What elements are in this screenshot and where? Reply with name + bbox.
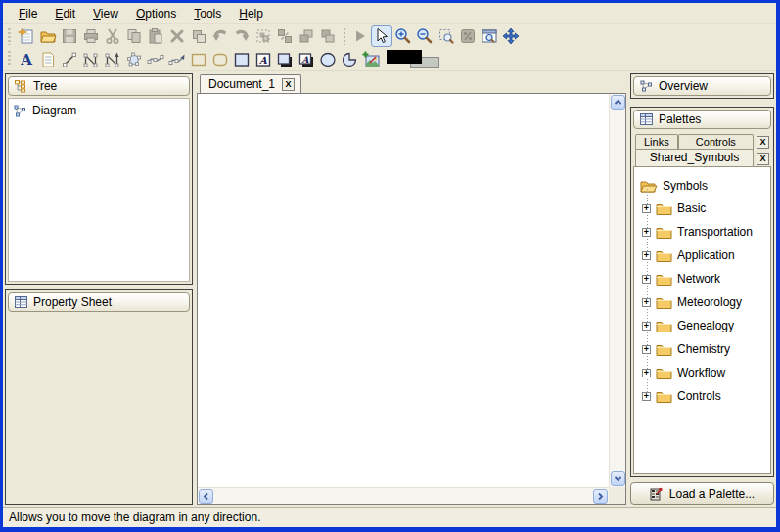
insert-image-tool-button[interactable] xyxy=(360,49,382,70)
paste-icon xyxy=(147,27,164,45)
polygon-tool-button[interactable] xyxy=(123,49,145,70)
delete-button[interactable] xyxy=(166,25,188,47)
svg-text:A: A xyxy=(258,55,268,66)
zoom-out-button[interactable] xyxy=(414,25,436,47)
toolbar-grip[interactable] xyxy=(8,28,11,45)
expand-icon[interactable]: + xyxy=(642,275,651,284)
vertical-scrollbar[interactable] xyxy=(609,94,625,487)
document-tab[interactable]: Document_1 X xyxy=(200,74,301,93)
palettes-header[interactable]: Palettes xyxy=(633,110,771,129)
folder-icon xyxy=(656,226,672,239)
shadow-label-rectangle-tool-button[interactable]: A xyxy=(296,49,317,70)
spline-tool-button[interactable] xyxy=(145,49,166,70)
symbol-folder-label: Workflow xyxy=(677,366,725,379)
palette-tab-shared-symbols[interactable]: Shared_Symbols xyxy=(635,149,754,166)
overview-header[interactable]: Overview xyxy=(633,76,771,96)
menu-view[interactable]: View xyxy=(84,4,127,23)
note-tool-button[interactable] xyxy=(37,49,59,70)
expand-icon[interactable]: + xyxy=(642,322,651,331)
scroll-up-icon[interactable] xyxy=(611,95,625,110)
print-icon xyxy=(82,27,100,45)
zoom-percent-button[interactable] xyxy=(457,25,479,47)
palette-tab-links[interactable]: Links xyxy=(635,134,678,150)
palette-tab-close-icon[interactable]: X xyxy=(757,153,769,165)
menu-edit[interactable]: Edit xyxy=(46,4,84,23)
fill-color-swatch[interactable] xyxy=(387,50,422,64)
text-tool-button[interactable]: A xyxy=(16,49,37,70)
expand-icon[interactable]: + xyxy=(642,345,651,354)
expand-icon[interactable]: + xyxy=(642,251,651,260)
undo-button[interactable] xyxy=(209,25,231,47)
zoom-area-button[interactable] xyxy=(436,25,457,47)
polyline-tool-button[interactable] xyxy=(80,49,102,70)
symbol-folder-application[interactable]: + Application xyxy=(640,244,766,267)
ungroup-button[interactable] xyxy=(274,25,296,47)
tree-panel-header[interactable]: Tree xyxy=(8,76,190,96)
pan-tool-button[interactable] xyxy=(500,25,522,47)
copy-button[interactable] xyxy=(123,25,145,47)
load-palette-label: Load a Palette... xyxy=(669,487,755,501)
symbol-folder-basic[interactable]: + Basic xyxy=(640,197,766,220)
group-button[interactable] xyxy=(252,25,274,47)
print-button[interactable] xyxy=(80,25,102,47)
property-sheet-header[interactable]: Property Sheet xyxy=(8,292,190,312)
tree-item-diagram[interactable]: Diagram xyxy=(13,102,185,119)
symbol-folder-label: Basic xyxy=(677,201,706,215)
symbol-folder-transportation[interactable]: + Transportation xyxy=(640,220,766,244)
symbol-tree-root[interactable]: Symbols xyxy=(640,175,766,197)
duplicate-button[interactable] xyxy=(188,25,209,47)
svg-text:A: A xyxy=(301,54,310,64)
scroll-left-icon[interactable] xyxy=(199,489,213,504)
symbol-folder-chemistry[interactable]: + Chemistry xyxy=(640,337,766,361)
arc-tool-button[interactable] xyxy=(339,49,360,70)
main-toolbar xyxy=(3,24,776,48)
expand-icon[interactable]: + xyxy=(642,204,651,213)
menu-options[interactable]: Options xyxy=(127,4,185,23)
paste-button[interactable] xyxy=(145,25,166,47)
new-document-button[interactable] xyxy=(16,25,37,47)
filled-rectangle-tool-button[interactable] xyxy=(231,49,252,70)
rectangle-tool-button[interactable] xyxy=(188,49,209,70)
zoom-in-button[interactable] xyxy=(392,25,414,47)
symbol-folder-workflow[interactable]: + Workflow xyxy=(640,361,766,384)
run-button[interactable] xyxy=(349,25,371,47)
fit-to-window-button[interactable] xyxy=(479,25,500,47)
symbol-folder-network[interactable]: + Network xyxy=(640,267,766,290)
menu-help[interactable]: Help xyxy=(230,4,272,23)
label-rectangle-tool-button[interactable]: A xyxy=(252,49,274,70)
open-button[interactable] xyxy=(37,25,59,47)
scroll-right-icon[interactable] xyxy=(593,489,608,504)
symbol-folder-genealogy[interactable]: + Genealogy xyxy=(640,314,766,337)
symbol-folder-controls[interactable]: + Controls xyxy=(640,384,766,408)
expand-icon[interactable]: + xyxy=(642,392,651,401)
palette-tab-close-icon[interactable]: X xyxy=(757,136,769,149)
bring-to-front-button[interactable] xyxy=(296,25,317,47)
polyline-arrow-tool-button[interactable] xyxy=(102,49,123,70)
horizontal-scrollbar[interactable] xyxy=(198,487,609,504)
select-tool-button[interactable] xyxy=(371,25,392,47)
expand-icon[interactable]: + xyxy=(642,228,651,237)
symbol-folder-meteorology[interactable]: + Meteorology xyxy=(640,290,766,314)
menu-file[interactable]: File xyxy=(10,4,46,23)
redo-button[interactable] xyxy=(231,25,252,47)
load-palette-button[interactable]: Load a Palette... xyxy=(630,482,774,505)
scroll-down-icon[interactable] xyxy=(611,471,625,486)
zoom-out-icon xyxy=(416,27,434,45)
zoom-area-icon xyxy=(437,27,455,45)
send-to-back-button[interactable] xyxy=(317,25,339,47)
palette-tab-controls[interactable]: Controls xyxy=(678,134,754,150)
rounded-rectangle-tool-button[interactable] xyxy=(209,49,231,70)
document-tab-close-icon[interactable]: X xyxy=(282,78,295,91)
palettes-title: Palettes xyxy=(659,112,701,126)
expand-icon[interactable]: + xyxy=(642,369,651,377)
save-button[interactable] xyxy=(59,25,80,47)
expand-icon[interactable]: + xyxy=(642,298,651,307)
toolbar-grip[interactable] xyxy=(8,51,11,67)
menu-tools[interactable]: Tools xyxy=(185,4,230,23)
ellipse-tool-button[interactable] xyxy=(317,49,339,70)
cut-button[interactable] xyxy=(102,25,123,47)
diagram-canvas[interactable] xyxy=(198,94,609,487)
spline-arrow-tool-button[interactable] xyxy=(166,49,188,70)
line-tool-button[interactable] xyxy=(59,49,80,70)
shadow-rectangle-tool-button[interactable] xyxy=(274,49,296,70)
